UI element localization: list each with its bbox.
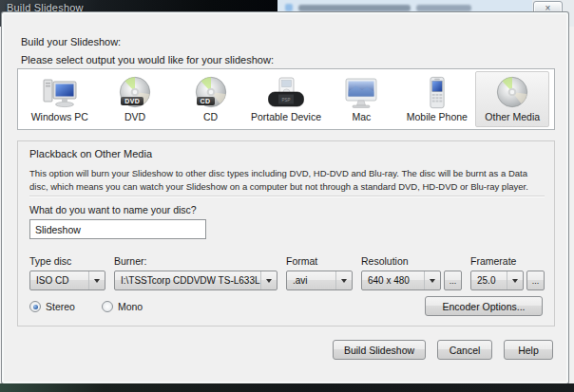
format-select[interactable]: .avi [286, 271, 353, 290]
resolution-label: Resolution [361, 255, 462, 267]
output-option-other-media[interactable]: Other Media [475, 71, 549, 127]
mac-icon [342, 75, 380, 110]
panel-description: This option will burn your Slideshow to … [29, 167, 547, 193]
type-disc-select[interactable]: ISO CD [29, 271, 105, 290]
output-option-label: Other Media [485, 111, 540, 122]
disc-name-label: What do you want to name your disc? [29, 204, 197, 215]
mobile-phone-icon [419, 75, 455, 110]
format-label: Format [286, 255, 353, 267]
stereo-radio[interactable]: Stereo [29, 301, 75, 312]
output-option-portable-device[interactable]: PSP Portable Device [249, 71, 323, 127]
burner-label: Burner: [114, 255, 277, 267]
chevron-down-icon [88, 271, 105, 289]
desktop-strip [0, 383, 574, 392]
background-window-row [285, 4, 471, 11]
mono-radio-label: Mono [118, 301, 143, 312]
dvd-disc-icon: DVD [117, 74, 153, 110]
cancel-button[interactable]: Cancel [437, 340, 492, 360]
footer-buttons: Build Slideshow Cancel Help [333, 340, 553, 360]
build-slideshow-button[interactable]: Build Slideshow [333, 340, 426, 360]
screen: Build Slideshow × Build your Slideshow: … [0, 0, 574, 392]
output-option-label: Mobile Phone [407, 111, 468, 122]
panel-title: Plackback on Other Media [29, 148, 152, 159]
mono-radio[interactable]: Mono [102, 301, 143, 312]
encoder-options-button[interactable]: Encoder Options... [425, 296, 543, 316]
help-button[interactable]: Help [504, 340, 553, 360]
radio-selected-icon [29, 301, 41, 312]
chevron-down-icon [335, 271, 352, 289]
dialog-subheading: Please select output you would like for … [21, 54, 274, 65]
output-option-label: DVD [124, 111, 145, 122]
output-option-list: Windows PC DVD DVD [17, 68, 555, 130]
build-slideshow-dialog: Build your Slideshow: Please select outp… [2, 12, 568, 383]
field-type-disc: Type disc ISO CD [29, 255, 105, 290]
field-burner: Burner: I:\TSSTcorp CDDVDW TS-L633L [114, 255, 277, 290]
separator [29, 196, 545, 197]
dvd-badge: DVD [121, 97, 144, 105]
output-option-mobile-phone[interactable]: Mobile Phone [400, 71, 474, 127]
framerate-select[interactable]: 25.0 [470, 271, 524, 290]
other-media-disc-icon [494, 74, 530, 110]
output-option-label: Mac [352, 111, 371, 122]
output-option-label: Windows PC [31, 111, 88, 122]
resolution-select[interactable]: 640 x 480 [361, 271, 441, 290]
chevron-down-icon [507, 271, 523, 289]
playback-panel: Plackback on Other Media This option wil… [17, 140, 555, 327]
cd-disc-icon: CD [193, 74, 229, 110]
chevron-down-icon [424, 271, 440, 289]
fields-row: Type disc ISO CD Burner: I:\TSSTcorp CDD… [29, 255, 545, 290]
output-option-label: Portable Device [251, 111, 321, 122]
dialog-heading: Build your Slideshow: [21, 36, 121, 47]
output-option-mac[interactable]: Mac [324, 71, 398, 127]
field-resolution: Resolution 640 x 480 ... [361, 255, 462, 290]
radio-unselected-icon [102, 301, 113, 312]
field-framerate: Framerate 25.0 ... [470, 255, 545, 290]
output-option-cd[interactable]: CD CD [174, 71, 248, 127]
field-format: Format .avi [286, 255, 353, 290]
stereo-radio-label: Stereo [46, 301, 75, 312]
framerate-more-button[interactable]: ... [526, 271, 545, 290]
cd-badge: CD [197, 97, 215, 105]
audio-channel-options: Stereo Mono [29, 301, 143, 312]
output-option-windows-pc[interactable]: Windows PC [23, 71, 97, 127]
file-icon [285, 4, 293, 11]
portable-device-icon: PSP [267, 75, 305, 110]
disc-name-input[interactable] [29, 219, 206, 239]
burner-select[interactable]: I:\TSSTcorp CDDVDW TS-L633L [114, 271, 277, 290]
resolution-more-button[interactable]: ... [444, 271, 462, 290]
output-option-dvd[interactable]: DVD DVD [98, 71, 172, 127]
framerate-label: Framerate [470, 255, 545, 267]
type-disc-label: Type disc [29, 255, 105, 267]
chevron-down-icon [260, 271, 277, 289]
svg-text:PSP: PSP [281, 97, 290, 102]
windows-pc-icon [41, 75, 79, 110]
close-icon: × [545, 3, 551, 13]
output-option-label: CD [203, 111, 218, 122]
